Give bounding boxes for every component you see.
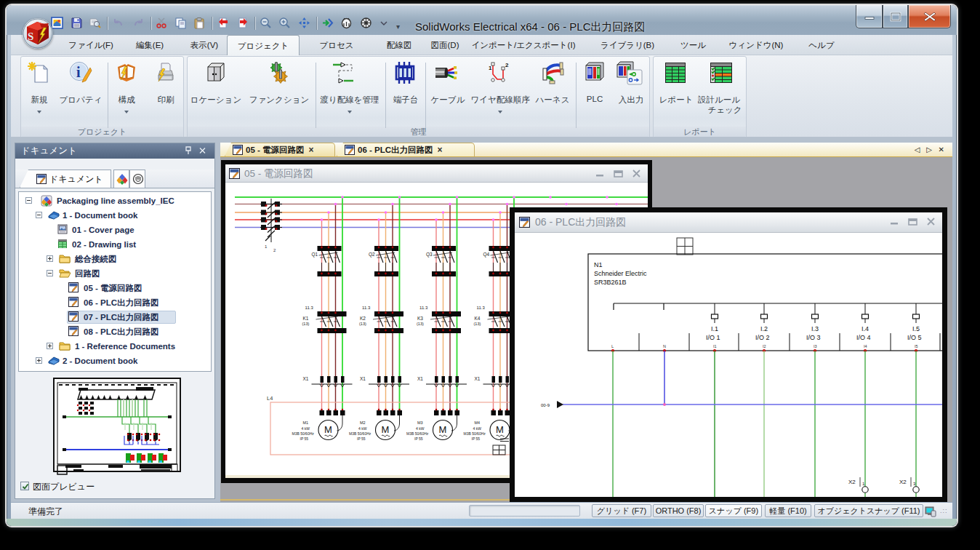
svg-text:L: L <box>611 344 614 348</box>
svg-text:11.3: 11.3 <box>362 306 371 310</box>
svg-text:IP 55: IP 55 <box>472 437 481 441</box>
svg-text:Q4: Q4 <box>483 252 490 258</box>
svg-text:(13): (13) <box>359 322 366 326</box>
svg-text:K1: K1 <box>303 316 309 321</box>
svg-text:M2: M2 <box>360 421 366 425</box>
svg-text:I1: I1 <box>713 344 717 348</box>
svg-text:M3B 50/60Hz: M3B 50/60Hz <box>406 431 429 436</box>
svg-text:IP 55: IP 55 <box>300 437 309 441</box>
svg-text:X1: X1 <box>360 376 366 381</box>
svg-text:X2: X2 <box>899 479 907 485</box>
svg-text:I2: I2 <box>763 344 766 348</box>
svg-text:I5: I5 <box>915 344 918 348</box>
svg-text:N1: N1 <box>594 261 603 268</box>
svg-text:I/O 2: I/O 2 <box>755 334 770 341</box>
svg-text:M3B 50/60Hz: M3B 50/60Hz <box>349 431 371 436</box>
svg-text:I.4: I.4 <box>861 325 869 332</box>
svg-text:(13): (13) <box>474 322 481 326</box>
svg-text:4 kW: 4 kW <box>302 426 310 431</box>
svg-text:M1: M1 <box>303 421 309 425</box>
svg-text:I/O 1: I/O 1 <box>706 334 720 341</box>
svg-text:Q3: Q3 <box>426 252 433 258</box>
svg-text:M3B 50/60Hz: M3B 50/60Hz <box>292 431 315 436</box>
svg-text:I3: I3 <box>814 344 817 348</box>
svg-text:X1: X1 <box>475 376 481 381</box>
svg-text:I.1: I.1 <box>711 325 718 332</box>
svg-text:I.2: I.2 <box>760 325 768 332</box>
svg-text:I/O 4: I/O 4 <box>856 334 871 341</box>
svg-text:X1: X1 <box>417 376 423 381</box>
svg-text:N: N <box>663 344 666 348</box>
svg-text:Schneider Electric: Schneider Electric <box>594 270 647 277</box>
svg-text:K4: K4 <box>475 316 481 321</box>
svg-text:11.3: 11.3 <box>477 306 486 310</box>
svg-text:K3: K3 <box>417 316 423 321</box>
svg-text:2: 2 <box>273 248 276 252</box>
svg-text:(13): (13) <box>302 322 310 326</box>
svg-text:I/O 5: I/O 5 <box>907 334 922 341</box>
svg-text:M3B 50/60Hz: M3B 50/60Hz <box>464 431 486 436</box>
svg-text:S: S <box>28 31 33 42</box>
svg-text:Q2: Q2 <box>369 252 375 258</box>
svg-text:IP 55: IP 55 <box>357 437 366 441</box>
svg-text:1: 1 <box>265 244 268 249</box>
svg-text:2: 2 <box>505 62 509 68</box>
svg-text:4 kW: 4 kW <box>416 426 425 431</box>
svg-text:4 kW: 4 kW <box>473 426 482 431</box>
svg-text:L4: L4 <box>267 395 273 402</box>
svg-text:11.3: 11.3 <box>305 306 314 310</box>
svg-text:I4: I4 <box>864 344 867 348</box>
svg-text:4 kW: 4 kW <box>358 426 367 431</box>
svg-text:I.5: I.5 <box>912 325 920 332</box>
svg-text:SR3B261B: SR3B261B <box>594 279 627 286</box>
svg-text:00-9: 00-9 <box>541 403 550 407</box>
svg-text:(13): (13) <box>417 322 424 326</box>
svg-text:M4: M4 <box>475 421 481 425</box>
svg-text:i: i <box>76 64 81 80</box>
svg-text:I.3: I.3 <box>811 325 819 332</box>
svg-text:M3: M3 <box>417 421 423 425</box>
svg-text:K2: K2 <box>360 316 366 321</box>
svg-text:I/O 3: I/O 3 <box>806 334 821 341</box>
svg-text:Q1: Q1 <box>312 252 318 258</box>
svg-text:IP 55: IP 55 <box>414 437 423 441</box>
svg-text:1: 1 <box>489 65 492 71</box>
svg-text:X1: X1 <box>303 376 309 381</box>
svg-text:X2: X2 <box>848 479 856 485</box>
svg-text:11.3: 11.3 <box>419 306 428 310</box>
